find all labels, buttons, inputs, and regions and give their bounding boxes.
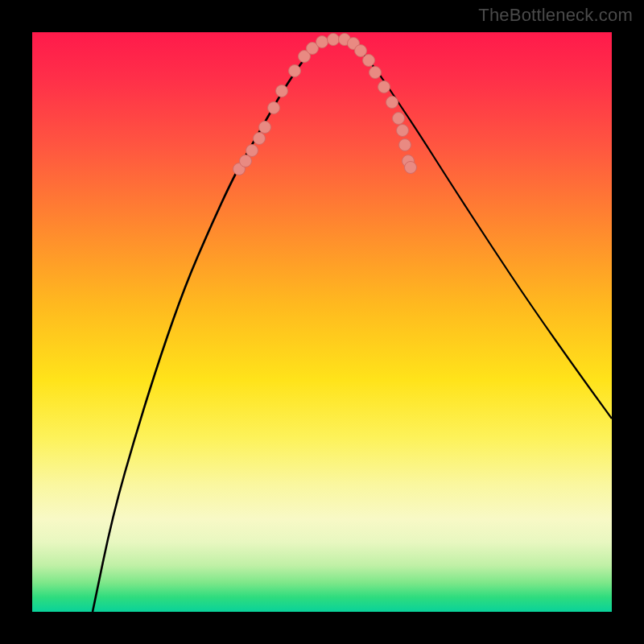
data-point xyxy=(393,113,405,125)
scatter-left xyxy=(233,34,340,175)
data-point xyxy=(355,45,367,57)
curve-right xyxy=(334,39,612,419)
data-point xyxy=(328,34,340,46)
data-point xyxy=(254,133,266,145)
data-point xyxy=(363,55,375,67)
watermark-text: TheBottleneck.com xyxy=(478,5,633,26)
data-point xyxy=(386,97,398,109)
data-point xyxy=(246,145,258,157)
plot-area xyxy=(32,32,612,612)
scatter-right xyxy=(339,34,417,174)
data-point xyxy=(259,122,271,134)
data-point xyxy=(289,65,301,77)
data-point xyxy=(240,155,252,167)
chart-frame: TheBottleneck.com xyxy=(0,0,644,644)
chart-svg xyxy=(32,32,612,612)
data-point xyxy=(399,139,411,151)
data-point xyxy=(369,67,382,79)
data-point xyxy=(268,102,280,114)
data-point xyxy=(378,81,390,93)
data-point xyxy=(276,85,288,97)
data-point xyxy=(316,36,328,48)
curve-left xyxy=(93,39,334,612)
data-point xyxy=(397,125,409,137)
data-point xyxy=(405,162,417,174)
